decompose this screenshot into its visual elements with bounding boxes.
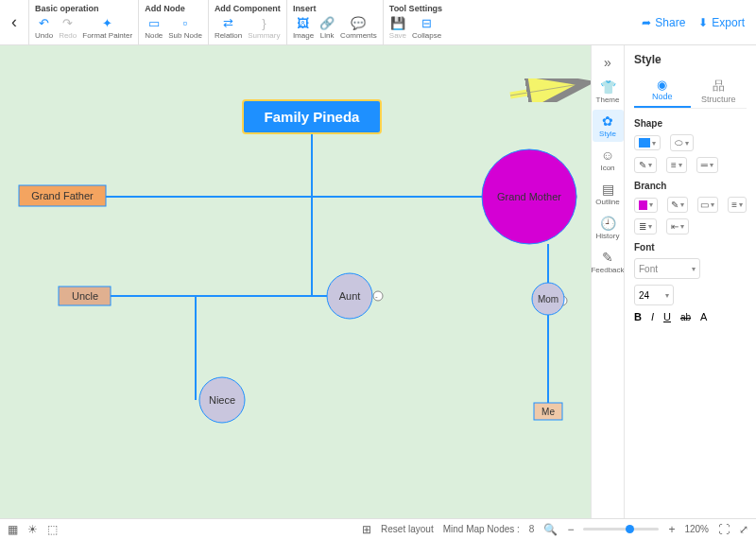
border-style-button[interactable]: ✎▾ [634,157,657,173]
insert-link-button[interactable]: 🔗Link [319,15,335,40]
group-title-tools: Tool Settings [389,4,442,13]
brightness-button[interactable]: ☀ [27,523,38,536]
section-branch: Branch [634,181,747,191]
top-toolbar: ‹ Basic operation ↶Undo ↷Redo ✦Format Pa… [0,0,756,45]
section-font: Font [634,242,747,252]
save-button[interactable]: 💾Save [389,15,406,40]
font-size-select[interactable]: 24▾ [634,285,674,305]
node-grandfather-label: Grand Father [31,190,94,201]
lines2-icon: ≡ [731,200,737,210]
reset-layout-button[interactable]: Reset layout [381,524,434,534]
rect-icon: ▭ [700,200,709,210]
add-node-button[interactable]: ▭Node [145,15,163,40]
mindmap-svg: - - - Family Pineda Grand Father Grand M… [0,45,591,518]
share-icon: ➦ [642,16,651,29]
node-root-label: Family Pineda [265,109,361,125]
node-grandmother-label: Grand Mother [497,191,561,202]
lines-icon: ≡ [671,160,677,170]
branch-color-button[interactable]: ▾ [634,198,658,213]
panel-title: Style [634,53,747,66]
strike-button[interactable]: ab [680,312,691,322]
group-title-addnode: Add Node [145,4,202,13]
side-rail: » 👕Theme ✿Style ☺Icon ▤Outline 🕘History … [591,45,624,518]
history-icon: 🕘 [600,216,616,231]
zoom-in-button[interactable]: + [668,523,675,536]
branch-line-button[interactable]: ✎▾ [667,197,688,213]
bold-button[interactable]: B [634,311,642,322]
structure-tab-icon: 品 [713,78,725,95]
summary-button[interactable]: }Summary [248,15,280,40]
nodes-label: Mind Map Nodes : [443,524,520,534]
indent-icon: ⇤ [671,221,679,232]
find-button[interactable]: 🔍 [543,523,558,536]
underline-button[interactable]: U [663,311,671,322]
rail-outline[interactable]: ▤Outline [593,178,624,210]
node-uncle-label: Uncle [72,290,98,302]
reset-layout-icon: ⊞ [362,523,371,536]
export-button[interactable]: ⬇Export [698,16,745,29]
panel-tab-node[interactable]: ◉Node [634,74,691,108]
back-button[interactable]: ‹ [0,0,28,44]
group-title-basic: Basic operation [35,4,132,13]
comments-icon: 💬 [351,15,366,30]
branch-pen-icon: ✎ [671,200,679,210]
subnode-icon: ▫ [178,15,193,30]
feedback-icon: ✎ [602,250,613,265]
relation-button[interactable]: ⇄Relation [215,15,242,40]
rail-icon[interactable]: ☺Icon [593,144,624,176]
branch-shape-button[interactable]: ▭▾ [697,197,718,213]
shape-fill-button[interactable]: ▾ [634,135,661,150]
rail-style[interactable]: ✿Style [593,110,624,142]
summary-icon: } [256,15,271,30]
group-title-addcomp: Add Component [215,4,281,13]
node-me-label: Me [541,407,555,417]
section-shape: Shape [634,118,747,129]
nodes-count: 8 [529,524,535,534]
grid-toggle-button[interactable]: ▦ [8,523,18,536]
node-icon: ▭ [146,15,162,30]
collapse-button[interactable]: ⊟Collapse [412,15,441,40]
fit-button[interactable]: ⛶ [718,523,730,536]
mindmap-canvas[interactable]: - - - Family Pineda Grand Father Grand M… [0,45,591,518]
group-title-insert: Insert [293,4,377,13]
shape-type-button[interactable]: ⬭▾ [670,134,694,151]
font-family-select[interactable]: Font▾ [634,258,700,279]
branch-indent-button[interactable]: ⇤▾ [666,218,689,235]
zoom-slider[interactable] [583,528,659,530]
width-icon: ═ [701,160,708,170]
panel-tab-structure[interactable]: 品Structure [691,74,747,108]
link-icon: 🔗 [319,15,335,30]
branch-align-button[interactable]: ≣▾ [634,218,657,235]
style-icon: ✿ [602,113,613,129]
fullscreen-button[interactable]: ⤢ [739,523,748,536]
line-style-button[interactable]: ≡▾ [666,157,687,173]
branch-style3-button[interactable]: ≡▾ [728,197,747,213]
add-subnode-button[interactable]: ▫Sub Node [168,15,202,40]
format-painter-icon: ✦ [100,15,115,30]
border-width-button[interactable]: ═▾ [696,157,718,173]
outline-icon: ▤ [602,182,614,197]
format-painter-button[interactable]: ✦Format Painter [82,15,132,40]
rail-history[interactable]: 🕘History [593,212,624,244]
insert-image-button[interactable]: 🖼Image [293,15,314,40]
image-icon: 🖼 [296,15,311,30]
zoom-out-button[interactable]: − [567,523,574,536]
insert-comments-button[interactable]: 💬Comments [340,15,377,40]
status-bar: ▦ ☀ ⬚ ⊞ Reset layout Mind Map Nodes : 8 … [0,518,756,539]
undo-icon: ↶ [37,15,52,30]
rail-feedback[interactable]: ✎Feedback [593,246,624,278]
export-icon: ⬇ [698,16,708,29]
layers-button[interactable]: ⬚ [47,523,58,536]
italic-button[interactable]: I [651,311,654,322]
redo-button[interactable]: ↷Redo [59,15,77,40]
share-button[interactable]: ➦Share [642,16,685,29]
pen-icon: ✎ [639,160,646,170]
node-mom-label: Mom [538,294,558,304]
svg-text:-: - [375,292,378,301]
undo-button[interactable]: ↶Undo [35,15,53,40]
font-color-button[interactable]: A [700,311,707,322]
node-tab-icon: ◉ [657,78,667,92]
panel-collapse-button[interactable]: » [600,51,615,74]
rail-theme[interactable]: 👕Theme [593,76,624,108]
save-icon: 💾 [390,15,405,30]
